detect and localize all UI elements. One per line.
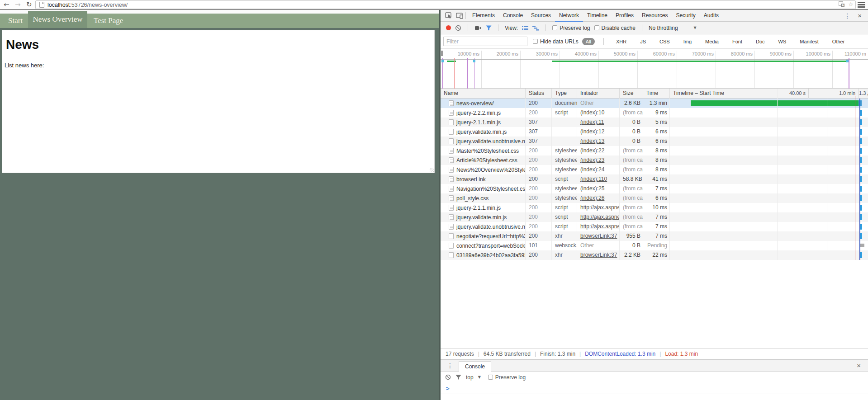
- filter-type-font[interactable]: Font: [729, 38, 746, 45]
- device-toolbar-icon[interactable]: [456, 13, 463, 19]
- url-text[interactable]: localhost:53726/news-overview/: [47, 2, 128, 8]
- request-row[interactable]: jquery.validate.min.js307(index):120 B6 …: [441, 127, 868, 136]
- forward-icon[interactable]: →: [15, 0, 21, 9]
- initiator-link[interactable]: (index):22: [580, 147, 604, 154]
- initiator-link[interactable]: (index):110: [580, 176, 607, 182]
- console-filter-icon[interactable]: [455, 375, 461, 380]
- filter-type-media[interactable]: Media: [702, 38, 722, 45]
- initiator-link[interactable]: (index):12: [580, 128, 604, 135]
- network-overview[interactable]: [441, 58, 868, 89]
- tab-network[interactable]: Network: [555, 10, 583, 22]
- preserve-log-checkbox[interactable]: [552, 25, 557, 30]
- console-close-icon[interactable]: ×: [857, 362, 861, 369]
- request-row[interactable]: jquery-2.1.1.min.js200scripthttp://ajax.…: [441, 203, 868, 212]
- console-drawer-tab[interactable]: Console: [459, 361, 491, 372]
- capture-screenshots-icon[interactable]: [474, 25, 482, 31]
- initiator-link[interactable]: (index):24: [580, 166, 604, 173]
- large-rows-icon[interactable]: [522, 25, 528, 31]
- request-row[interactable]: negotiate?requestUrl=http%3A%2...200xhrb…: [441, 231, 868, 241]
- nav-tab-news-overview[interactable]: News Overview: [28, 11, 87, 28]
- col-status[interactable]: Status: [526, 89, 552, 99]
- request-row[interactable]: jquery.validate.unobtrusive.min.js307(in…: [441, 136, 868, 146]
- initiator-link[interactable]: (index):23: [580, 157, 604, 163]
- filter-type-xhr[interactable]: XHR: [612, 38, 630, 45]
- execution-context-select[interactable]: top: [466, 374, 474, 381]
- back-icon[interactable]: ←: [4, 0, 9, 9]
- nav-tab-test-page[interactable]: Test Page: [94, 14, 123, 28]
- tab-security[interactable]: Security: [672, 10, 699, 22]
- col-name[interactable]: Name: [441, 89, 526, 99]
- tab-audits[interactable]: Audits: [700, 10, 723, 22]
- tab-elements[interactable]: Elements: [468, 10, 499, 22]
- col-timeline[interactable]: Timeline – Start Time 40.00 s 1.0 min 1.…: [670, 89, 868, 99]
- request-row[interactable]: browserLink200script(index):11058.8 KB41…: [441, 174, 868, 184]
- nav-tab-start[interactable]: Start: [8, 14, 23, 28]
- initiator-link[interactable]: http://ajax.aspne...: [580, 214, 620, 220]
- request-row[interactable]: News%20Overview%20Stylesheet....200style…: [441, 165, 868, 174]
- inspect-element-icon[interactable]: [445, 12, 452, 19]
- tab-timeline[interactable]: Timeline: [583, 10, 612, 22]
- initiator-link[interactable]: (index):25: [580, 185, 604, 192]
- filter-input[interactable]: [443, 37, 527, 46]
- filter-type-all[interactable]: All: [582, 38, 595, 45]
- tab-console[interactable]: Console: [499, 10, 527, 22]
- bookmark-star-icon[interactable]: ☆: [848, 0, 854, 8]
- tab-profiles[interactable]: Profiles: [612, 10, 638, 22]
- devtools-close-icon[interactable]: ×: [858, 12, 862, 19]
- reload-icon[interactable]: ↻: [26, 0, 32, 9]
- request-row[interactable]: connect?transport=webSockets&...101webso…: [441, 241, 868, 250]
- url-bar[interactable]: localhost:53726/news-overview/: [35, 0, 856, 9]
- initiator-link[interactable]: browserLink:37: [580, 252, 617, 258]
- clear-icon[interactable]: [455, 25, 461, 31]
- request-row[interactable]: 03189a6e39b24b02aa3fa595d848...200xhrbro…: [441, 250, 868, 260]
- initiator-link[interactable]: (index):11: [580, 119, 604, 125]
- translate-icon[interactable]: A: [839, 1, 844, 7]
- devtools-menu-icon[interactable]: ⋮: [844, 12, 850, 19]
- request-row[interactable]: jquery-2.1.1.min.js307(index):110 B5 ms: [441, 118, 868, 127]
- hide-data-urls-toggle[interactable]: Hide data URLs: [533, 38, 579, 45]
- request-row[interactable]: jquery-2.2.2.min.js200script(index):10(f…: [441, 108, 868, 118]
- initiator-link[interactable]: (index):26: [580, 195, 604, 201]
- col-size[interactable]: Size: [620, 89, 643, 99]
- request-row[interactable]: jquery.validate.min.js200scripthttp://aj…: [441, 212, 868, 222]
- filter-type-ws[interactable]: WS: [775, 38, 790, 45]
- console-prompt-row[interactable]: >: [441, 383, 868, 394]
- filter-type-css[interactable]: CSS: [656, 38, 674, 45]
- resize-grip[interactable]: [430, 168, 434, 172]
- filter-type-img[interactable]: Img: [680, 38, 695, 45]
- filter-type-manifest[interactable]: Manifest: [796, 38, 822, 45]
- request-row[interactable]: Navigation%20Stylesheet.css200stylesheet…: [441, 184, 868, 193]
- request-row[interactable]: Master%20Stylesheet.css200stylesheet(ind…: [441, 146, 868, 155]
- browser-menu-icon[interactable]: [858, 2, 865, 8]
- initiator-link[interactable]: http://ajax.aspne...: [580, 204, 620, 211]
- throttling-select[interactable]: No throttling: [649, 25, 678, 31]
- drawer-menu-icon[interactable]: ⋮: [447, 362, 453, 369]
- filter-icon[interactable]: [486, 25, 492, 31]
- request-row[interactable]: Article%20Stylesheet.css200stylesheet(in…: [441, 155, 868, 165]
- disable-cache-toggle[interactable]: Disable cache: [594, 25, 636, 31]
- col-time[interactable]: Time: [643, 89, 670, 99]
- initiator-link[interactable]: (index):13: [580, 138, 604, 144]
- disable-cache-checkbox[interactable]: [594, 25, 599, 30]
- initiator-link[interactable]: (index):10: [580, 109, 604, 116]
- tab-sources[interactable]: Sources: [527, 10, 555, 22]
- timeline-view-icon[interactable]: [532, 25, 539, 31]
- record-icon[interactable]: [446, 25, 451, 30]
- console-preserve-log-toggle[interactable]: Preserve log: [488, 374, 526, 381]
- request-row[interactable]: poll_style.css200stylesheet(index):26(fr…: [441, 193, 868, 203]
- filter-type-other[interactable]: Other: [829, 38, 849, 45]
- request-row[interactable]: news-overview/200documentOther2.6 KB1.3 …: [441, 99, 868, 108]
- initiator-link[interactable]: http://ajax.aspne...: [580, 223, 620, 230]
- initiator-link[interactable]: browserLink:37: [580, 233, 617, 239]
- context-dropdown-icon[interactable]: ▼: [478, 375, 481, 379]
- col-initiator[interactable]: Initiator: [577, 89, 620, 99]
- col-type[interactable]: Type: [552, 89, 577, 99]
- hide-data-urls-checkbox[interactable]: [533, 39, 538, 44]
- console-preserve-log-checkbox[interactable]: [488, 375, 493, 380]
- filter-type-doc[interactable]: Doc: [752, 38, 768, 45]
- console-clear-icon[interactable]: [445, 374, 451, 380]
- tab-resources[interactable]: Resources: [638, 10, 672, 22]
- filter-type-js[interactable]: JS: [636, 38, 650, 45]
- preserve-log-toggle[interactable]: Preserve log: [552, 25, 590, 31]
- request-row[interactable]: jquery.validate.unobtrusive.min.js200scr…: [441, 222, 868, 231]
